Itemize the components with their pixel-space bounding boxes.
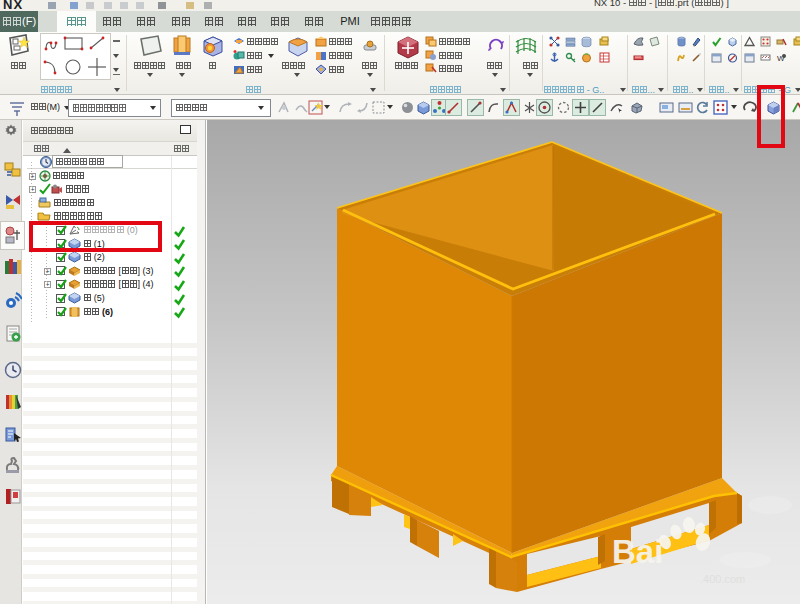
svg-text:Bai: Bai (612, 533, 663, 570)
svg-text:.400.com: .400.com (700, 573, 745, 585)
